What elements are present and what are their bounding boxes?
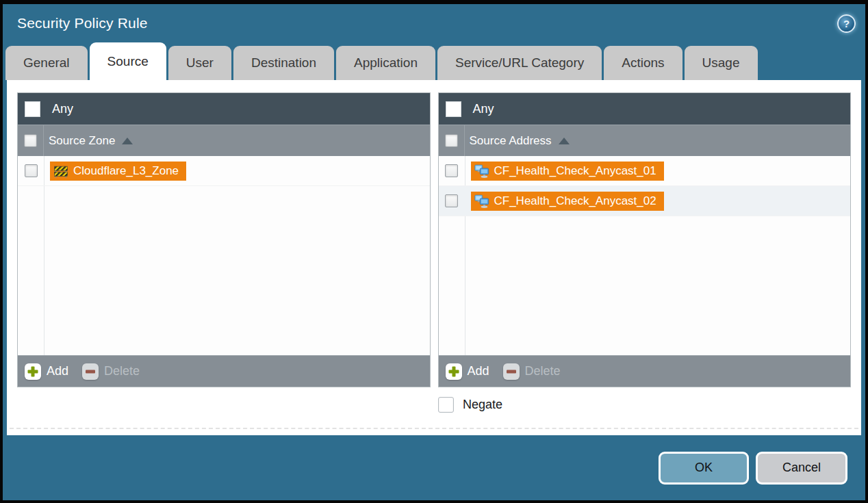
tab-actions[interactable]: Actions <box>604 46 682 80</box>
dialog-title: Security Policy Rule <box>17 15 837 31</box>
source-zone-column-title[interactable]: Source Zone <box>49 134 115 148</box>
source-address-column-header: Source Address <box>439 125 851 156</box>
address-entry-label: CF_Health_Check_Anycast_01 <box>494 164 656 178</box>
negate-checkbox[interactable] <box>438 397 454 413</box>
source-zone-toolbar: Add Delete <box>18 355 430 387</box>
sort-ascending-icon[interactable] <box>122 138 133 144</box>
add-address-button[interactable]: Add <box>446 363 489 380</box>
source-zone-column-header: Source Zone <box>18 125 430 156</box>
zone-entry-label: Cloudflare_L3_Zone <box>73 164 179 178</box>
tab-usage[interactable]: Usage <box>685 46 758 80</box>
source-address-list: CF_Health_Check_Anycast_01 <box>439 156 851 355</box>
source-address-any-label: Any <box>473 102 494 116</box>
source-zone-any-label: Any <box>52 102 73 116</box>
source-zone-select-all-checkbox[interactable] <box>24 134 37 147</box>
source-zone-list: Cloudflare_L3_Zone <box>18 156 430 355</box>
help-icon[interactable]: ? <box>837 14 856 33</box>
source-address-select-all-checkbox[interactable] <box>445 134 458 147</box>
row-checkbox[interactable] <box>445 164 458 177</box>
sort-ascending-icon[interactable] <box>559 138 570 144</box>
dialog-titlebar: Security Policy Rule ? <box>3 4 865 42</box>
minus-icon <box>82 363 99 380</box>
delete-zone-button[interactable]: Delete <box>82 363 140 380</box>
delete-zone-label: Delete <box>104 364 140 378</box>
tab-bar: General Source User Destination Applicat… <box>3 42 865 80</box>
tab-user[interactable]: User <box>168 46 231 80</box>
source-address-toolbar: Add Delete <box>439 355 851 387</box>
negate-row: Negate <box>438 397 851 413</box>
tab-service-url-category[interactable]: Service/URL Category <box>437 46 602 80</box>
table-row: CF_Health_Check_Anycast_01 <box>439 156 851 186</box>
address-group-icon <box>474 194 489 209</box>
row-checkbox[interactable] <box>25 164 38 177</box>
tab-content-source: Any Source Zone <box>7 80 861 435</box>
plus-icon <box>25 363 41 380</box>
minus-icon <box>503 363 520 380</box>
negate-label: Negate <box>463 398 502 412</box>
address-entry-label: CF_Health_Check_Anycast_02 <box>494 194 656 208</box>
tab-application[interactable]: Application <box>336 46 435 80</box>
source-address-panel: Any Source Address <box>438 92 852 387</box>
dialog-footer: OK Cancel <box>3 435 865 500</box>
add-zone-label: Add <box>47 364 68 378</box>
zone-entry-chip[interactable]: Cloudflare_L3_Zone <box>50 162 186 181</box>
zone-icon <box>53 164 68 179</box>
address-group-icon <box>474 164 489 179</box>
address-entry-chip[interactable]: CF_Health_Check_Anycast_01 <box>471 162 664 181</box>
source-zone-any-header: Any <box>18 93 430 125</box>
tab-general[interactable]: General <box>5 46 88 80</box>
delete-address-label: Delete <box>525 364 561 378</box>
source-address-any-checkbox[interactable] <box>446 101 461 117</box>
add-zone-button[interactable]: Add <box>25 363 68 380</box>
table-row: Cloudflare_L3_Zone <box>18 156 430 186</box>
tab-source[interactable]: Source <box>90 42 166 80</box>
source-address-any-header: Any <box>439 93 851 125</box>
add-address-label: Add <box>468 364 489 378</box>
source-zone-panel: Any Source Zone <box>17 92 431 387</box>
row-checkbox[interactable] <box>445 194 458 207</box>
source-zone-any-checkbox[interactable] <box>25 101 40 117</box>
ok-button[interactable]: OK <box>659 452 749 485</box>
address-entry-chip[interactable]: CF_Health_Check_Anycast_02 <box>471 192 664 211</box>
plus-icon <box>446 363 462 380</box>
tab-destination[interactable]: Destination <box>233 46 334 80</box>
delete-address-button[interactable]: Delete <box>503 363 561 380</box>
security-policy-rule-dialog: Security Policy Rule ? General Source Us… <box>3 4 865 500</box>
table-row: CF_Health_Check_Anycast_02 <box>439 186 851 216</box>
cancel-button[interactable]: Cancel <box>756 452 847 485</box>
source-address-column-title[interactable]: Source Address <box>470 134 552 148</box>
